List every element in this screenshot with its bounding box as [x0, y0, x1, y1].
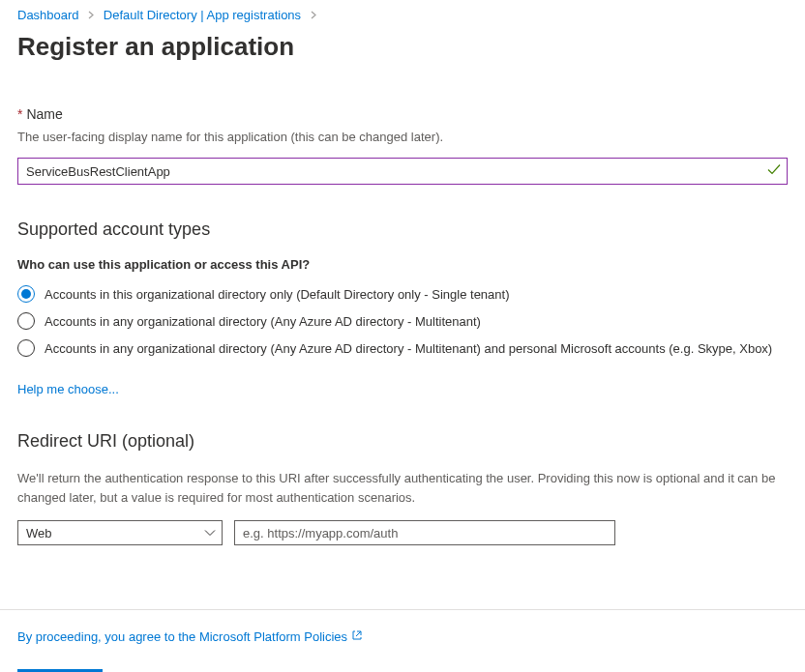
required-star-icon: * [17, 106, 22, 122]
redirect-uri-input[interactable] [234, 520, 615, 545]
footer: By proceeding, you agree to the Microsof… [0, 610, 805, 672]
account-types-radio-group: Accounts in this organizational director… [17, 285, 788, 357]
checkmark-icon [767, 164, 781, 179]
breadcrumb: Dashboard Default Directory | App regist… [0, 0, 805, 26]
name-hint: The user-facing display name for this ap… [17, 130, 788, 144]
help-me-choose-link[interactable]: Help me choose... [17, 382, 119, 396]
radio-label: Accounts in any organizational directory… [45, 341, 772, 356]
radio-icon [17, 312, 35, 330]
radio-label: Accounts in any organizational directory… [45, 314, 481, 329]
redirect-uri-section: Redirect URI (optional) We'll return the… [17, 431, 788, 545]
chevron-down-icon [204, 526, 216, 541]
radio-label: Accounts in this organizational director… [45, 287, 510, 302]
breadcrumb-directory[interactable]: Default Directory | App registrations [104, 8, 301, 22]
name-input[interactable] [18, 159, 787, 184]
account-types-question: Who can use this application or access t… [17, 257, 788, 272]
chevron-right-icon [311, 10, 316, 21]
redirect-uri-heading: Redirect URI (optional) [17, 431, 788, 452]
radio-icon [17, 339, 35, 357]
name-input-wrap [17, 158, 788, 185]
radio-icon [17, 285, 35, 303]
breadcrumb-dashboard[interactable]: Dashboard [17, 8, 79, 22]
platform-select-value: Web [26, 526, 52, 541]
account-type-option-multitenant-personal[interactable]: Accounts in any organizational directory… [17, 339, 788, 357]
page-title: Register an application [0, 26, 805, 62]
chevron-right-icon [88, 10, 94, 21]
platform-policies-link[interactable]: By proceeding, you agree to the Microsof… [17, 629, 363, 644]
platform-select[interactable]: Web [17, 520, 223, 545]
redirect-uri-description: We'll return the authentication response… [17, 469, 788, 507]
account-types-heading: Supported account types [17, 219, 788, 240]
external-link-icon [351, 629, 363, 644]
redirect-uri-row: Web [17, 520, 788, 545]
account-types-section: Supported account types Who can use this… [17, 219, 788, 396]
account-type-option-single-tenant[interactable]: Accounts in this organizational director… [17, 285, 788, 303]
name-section: *Name The user-facing display name for t… [17, 106, 788, 185]
name-label: *Name [17, 106, 788, 122]
account-type-option-multitenant[interactable]: Accounts in any organizational directory… [17, 312, 788, 330]
